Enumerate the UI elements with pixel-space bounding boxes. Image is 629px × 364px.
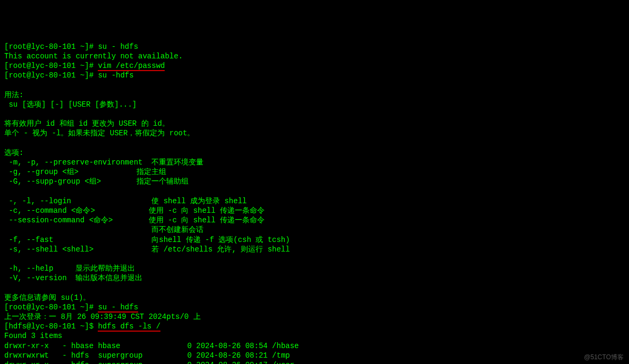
terminal-line-9: 单个 - 视为 -l。如果未指定 USER，将假定为 root。 [4, 128, 625, 138]
terminal-line-29: [hdfs@lyc-80-101 ~]$ hdfs dfs -ls / [4, 322, 625, 331]
terminal-line-25 [4, 283, 625, 292]
terminal-line-3: [root@lyc-80-101 ~]# su -hdfs [4, 71, 625, 80]
terminal-line-32: drwxrwxrwt - hdfs supergroup 0 2024-08-2… [4, 351, 625, 360]
terminal-line-12: -m, -p, --preserve-environment 不重置环境变量 [4, 158, 625, 167]
watermark: @51CTO博客 [584, 353, 624, 362]
terminal-line-16: -, -l, --login 使 shell 成为登录 shell [4, 196, 625, 206]
shell-prompt: [hdfs@lyc-80-101 ~]$ [4, 322, 98, 331]
terminal-line-1: This account is currently not available. [4, 51, 625, 61]
terminal-line-28: 上一次登录：一 8月 26 09:39:49 CST 2024pts/0 上 [4, 312, 625, 322]
terminal-line-23: -h, --help 显示此帮助并退出 [4, 264, 625, 273]
terminal-line-6: su [选项] [-] [USER [参数]...] [4, 100, 625, 109]
terminal-output[interactable]: [root@lyc-80-101 ~]# su - hdfsThis accou… [4, 42, 625, 364]
terminal-line-13: -g, --group <组> 指定主组 [4, 167, 625, 177]
terminal-line-21: -s, --shell <shell> 若 /etc/shells 允许, 则运… [4, 245, 625, 254]
shell-prompt: [root@lyc-80-101 ~]# [4, 62, 98, 70]
terminal-line-20: -f, --fast 向shell 传递 -f 选项(csh 或 tcsh) [4, 235, 625, 245]
shell-command: su - hdfs [98, 303, 138, 313]
terminal-line-11: 选项: [4, 148, 625, 158]
shell-command: su - hdfs [98, 42, 138, 51]
terminal-line-14: -G, --supp-group <组> 指定一个辅助组 [4, 177, 625, 186]
terminal-line-31: drwxr-xr-x - hbase hbase 0 2024-08-26 08… [4, 341, 625, 351]
terminal-line-10 [4, 138, 625, 148]
terminal-line-22 [4, 254, 625, 264]
terminal-line-2: [root@lyc-80-101 ~]# vim /etc/passwd [4, 61, 625, 71]
terminal-line-30: Found 3 items [4, 331, 625, 341]
terminal-line-33: drwxr-xr-x - hdfs supergroup 0 2024-08-2… [4, 360, 625, 364]
terminal-line-15 [4, 187, 625, 196]
terminal-line-24: -V, --version 输出版本信息并退出 [4, 273, 625, 283]
terminal-line-4 [4, 81, 625, 90]
terminal-line-17: -c, --command <命令> 使用 -c 向 shell 传递一条命令 [4, 206, 625, 215]
terminal-line-19: 而不创建新会话 [4, 225, 625, 235]
terminal-line-27: [root@lyc-80-101 ~]# su - hdfs [4, 302, 625, 312]
terminal-line-7 [4, 109, 625, 119]
shell-prompt: [root@lyc-80-101 ~]# [4, 42, 98, 51]
shell-command: su -hdfs [98, 71, 133, 80]
shell-prompt: [root@lyc-80-101 ~]# [4, 71, 98, 80]
terminal-line-5: 用法: [4, 90, 625, 100]
terminal-line-26: 更多信息请参阅 su(1)。 [4, 293, 625, 302]
terminal-line-0: [root@lyc-80-101 ~]# su - hdfs [4, 42, 625, 51]
shell-command: vim /etc/passwd [98, 62, 165, 71]
terminal-line-18: --session-command <命令> 使用 -c 向 shell 传递一… [4, 215, 625, 225]
shell-command: hdfs dfs -ls / [98, 322, 160, 332]
shell-prompt: [root@lyc-80-101 ~]# [4, 303, 98, 311]
terminal-line-8: 将有效用户 id 和组 id 更改为 USER 的 id。 [4, 119, 625, 128]
